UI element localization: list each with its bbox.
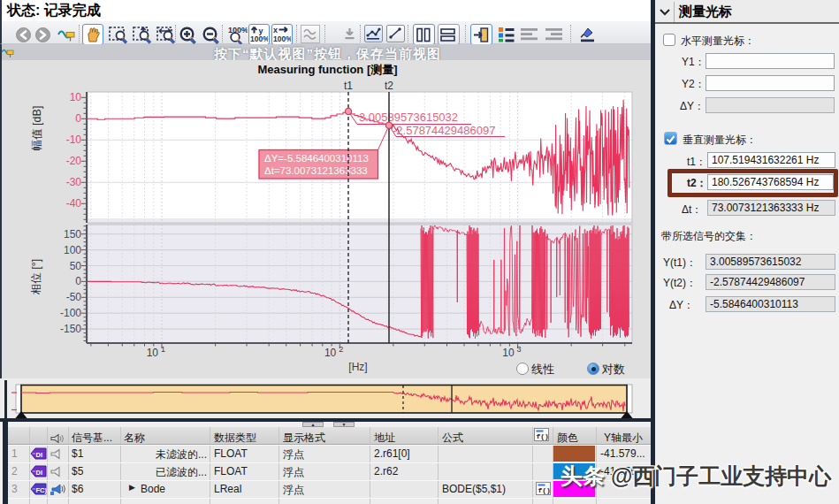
- svg-text:100%: 100%: [273, 34, 291, 43]
- svg-text:t1: t1: [344, 80, 353, 92]
- svg-text:t2: t2: [385, 80, 393, 92]
- svg-text:1: 1: [161, 345, 165, 354]
- svg-text:50: 50: [70, 260, 82, 272]
- svg-text:DI: DI: [36, 469, 43, 477]
- svg-text:10: 10: [502, 347, 515, 359]
- svg-text:Δt=73.0073121363333: Δt=73.0073121363333: [264, 165, 368, 176]
- svg-text:[Hz]: [Hz]: [348, 361, 367, 373]
- svg-text:100: 100: [64, 244, 81, 256]
- svg-text:y: y: [259, 27, 263, 35]
- svg-text:f(): f(): [538, 486, 551, 494]
- svg-text:f(): f(): [537, 432, 549, 440]
- svg-text:-20: -20: [66, 155, 82, 167]
- svg-text:x: x: [273, 26, 278, 34]
- svg-text:-50: -50: [66, 291, 82, 303]
- svg-text:-2.57874429486097: -2.57874429486097: [393, 124, 495, 137]
- svg-text:0: 0: [75, 275, 81, 287]
- svg-text:10: 10: [70, 91, 82, 103]
- svg-text:10: 10: [147, 347, 159, 359]
- svg-text:FC): FC): [36, 486, 48, 494]
- svg-text:-150: -150: [60, 323, 81, 335]
- svg-text:-40: -40: [66, 197, 82, 210]
- svg-text:3.00589573615032: 3.00589573615032: [359, 111, 458, 124]
- svg-text:-10: -10: [66, 134, 82, 146]
- svg-text:-100: -100: [60, 307, 81, 319]
- svg-text:2: 2: [339, 345, 343, 354]
- svg-text:10: 10: [324, 347, 337, 359]
- svg-text:3: 3: [517, 345, 522, 354]
- svg-text:ΔY=-5.5846400310113: ΔY=-5.5846400310113: [264, 153, 369, 164]
- svg-text:150: 150: [64, 228, 81, 241]
- svg-text:100%: 100%: [250, 34, 268, 43]
- svg-text:100%: 100%: [228, 26, 248, 34]
- svg-text:DI: DI: [36, 451, 43, 459]
- svg-text:-30: -30: [66, 176, 82, 188]
- svg-text:0: 0: [75, 112, 81, 125]
